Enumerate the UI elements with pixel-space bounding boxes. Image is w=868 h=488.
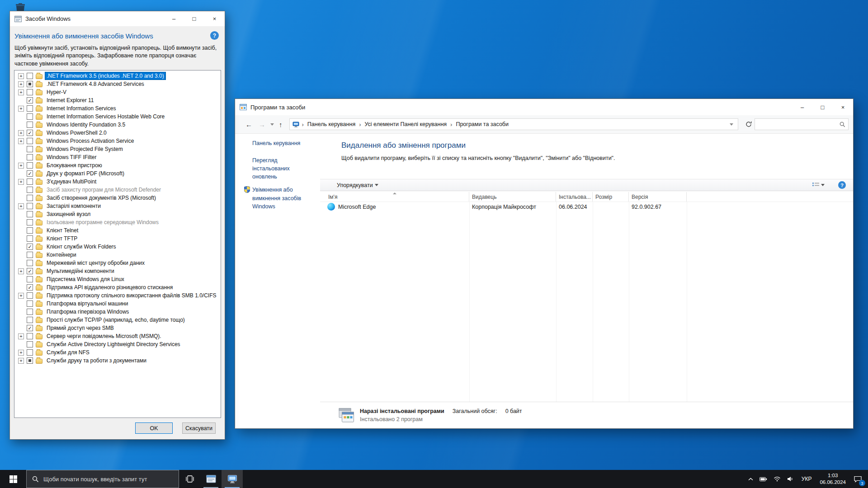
feature-checkbox[interactable] bbox=[27, 203, 33, 209]
forward-button[interactable]: → bbox=[255, 121, 269, 128]
feature-item[interactable]: +Hyper-V bbox=[14, 88, 221, 96]
column-header[interactable]: Видавець bbox=[469, 192, 556, 202]
battery-icon[interactable] bbox=[756, 470, 770, 488]
feature-checkbox[interactable] bbox=[27, 146, 33, 152]
feature-item[interactable]: +✓Мультимедійні компоненти bbox=[14, 267, 221, 275]
breadcrumb-item[interactable]: Програми та засоби bbox=[455, 120, 509, 128]
feature-checkbox[interactable] bbox=[27, 113, 33, 120]
minimize-button[interactable]: – bbox=[164, 11, 184, 26]
feature-checkbox[interactable]: ✓ bbox=[27, 244, 33, 250]
feature-item[interactable]: +Служби для NFS bbox=[14, 348, 221, 357]
address-dropdown-chevron-icon[interactable] bbox=[730, 123, 733, 126]
feature-item[interactable]: Служби Active Directory Lightweight Dire… bbox=[14, 340, 221, 348]
feature-item[interactable]: Контейнери bbox=[14, 251, 221, 259]
taskbar-app-control-panel[interactable] bbox=[222, 470, 243, 488]
dialog-help-button[interactable]: ? bbox=[210, 31, 219, 40]
organize-button[interactable]: Упорядкувати bbox=[337, 182, 380, 188]
change-view-button[interactable] bbox=[812, 182, 826, 188]
feature-item[interactable]: +Застарілі компоненти bbox=[14, 202, 221, 210]
feature-item[interactable]: ✓Клієнт служби Work Folders bbox=[14, 243, 221, 251]
feature-item[interactable]: +Блокування пристрою bbox=[14, 161, 221, 169]
taskbar-app-features-dialog[interactable] bbox=[200, 470, 222, 488]
breadcrumb-item[interactable]: Панель керування bbox=[307, 120, 356, 128]
up-button[interactable]: ↑ bbox=[276, 121, 286, 128]
task-view-button[interactable] bbox=[179, 470, 200, 488]
volume-icon[interactable] bbox=[784, 470, 797, 488]
feature-checkbox[interactable]: ✓ bbox=[27, 97, 33, 103]
address-bar[interactable]: ›Панель керування›Усі елементи Панелі ке… bbox=[289, 118, 739, 130]
expand-toggle-icon[interactable]: + bbox=[18, 179, 24, 185]
window-search-input[interactable] bbox=[755, 121, 840, 127]
feature-item[interactable]: ✓Підтримка API віддаленого різницевого с… bbox=[14, 283, 221, 291]
feature-checkbox[interactable] bbox=[27, 276, 33, 282]
feature-item[interactable]: Засіб створення документів XPS (Microsof… bbox=[14, 194, 221, 202]
expand-toggle-icon[interactable]: + bbox=[18, 81, 24, 87]
feature-checkbox[interactable]: ✓ bbox=[27, 284, 33, 291]
language-indicator[interactable]: УКР bbox=[797, 476, 816, 482]
feature-checkbox[interactable] bbox=[27, 211, 33, 217]
feature-checkbox[interactable] bbox=[27, 187, 33, 193]
cancel-button[interactable]: Скасувати bbox=[182, 422, 216, 434]
expand-toggle-icon[interactable]: + bbox=[18, 358, 24, 364]
expand-toggle-icon[interactable]: + bbox=[18, 203, 24, 209]
maximize-button[interactable]: □ bbox=[812, 99, 833, 115]
feature-item[interactable]: +.NET Framework 4.8 Advanced Services bbox=[14, 80, 221, 88]
feature-item[interactable]: +З'єднувач MultiPoint bbox=[14, 178, 221, 186]
feature-item[interactable]: Прості служби TCP/IP (наприклад, echo, d… bbox=[14, 316, 221, 324]
expand-toggle-icon[interactable]: + bbox=[18, 268, 24, 274]
feature-item[interactable]: ✓Internet Explorer 11 bbox=[14, 96, 221, 104]
minimize-button[interactable]: – bbox=[792, 99, 812, 115]
network-icon[interactable] bbox=[770, 470, 784, 488]
feature-checkbox[interactable]: ✓ bbox=[27, 130, 33, 136]
maximize-button[interactable]: □ bbox=[184, 11, 204, 26]
feature-checkbox[interactable]: ✓ bbox=[27, 170, 33, 177]
crumb-separator-icon[interactable]: › bbox=[448, 121, 455, 128]
feature-checkbox[interactable] bbox=[27, 195, 33, 201]
sidebar-view-updates-link[interactable]: Перегляд інстальованих оновлень bbox=[252, 156, 315, 181]
feature-checkbox[interactable] bbox=[27, 252, 33, 258]
feature-checkbox[interactable]: ✓ bbox=[27, 325, 33, 331]
action-center-button[interactable]: 3 bbox=[849, 470, 868, 488]
feature-checkbox[interactable] bbox=[27, 105, 33, 112]
recent-locations-chevron-icon[interactable] bbox=[270, 123, 274, 126]
feature-checkbox[interactable] bbox=[27, 73, 33, 79]
expand-toggle-icon[interactable]: + bbox=[18, 163, 24, 169]
sidebar-control-panel-home-link[interactable]: Панель керування bbox=[252, 140, 320, 146]
feature-checkbox[interactable] bbox=[27, 89, 33, 95]
feature-item[interactable]: +✓Windows PowerShell 2.0 bbox=[14, 129, 221, 137]
feature-checkbox[interactable] bbox=[27, 219, 33, 225]
expand-toggle-icon[interactable]: + bbox=[18, 73, 24, 79]
expand-toggle-icon[interactable]: + bbox=[18, 106, 24, 112]
feature-item[interactable]: Windows Projected File System bbox=[14, 145, 221, 153]
column-header[interactable]: Ім'я bbox=[320, 192, 469, 202]
feature-item[interactable]: +Служби друку та роботи з документами bbox=[14, 357, 221, 365]
feature-item[interactable]: Windows Identity Foundation 3.5 bbox=[14, 121, 221, 129]
expand-toggle-icon[interactable]: + bbox=[18, 333, 24, 339]
feature-checkbox[interactable] bbox=[27, 300, 33, 307]
feature-checkbox[interactable] bbox=[27, 317, 33, 323]
tray-overflow-chevron-icon[interactable] bbox=[745, 470, 756, 488]
feature-item[interactable]: ✓Друк у форматі PDF (Microsoft) bbox=[14, 169, 221, 178]
feature-item[interactable]: Windows TIFF IFilter bbox=[14, 153, 221, 161]
help-button[interactable]: ? bbox=[838, 181, 846, 189]
feature-checkbox[interactable]: ✓ bbox=[27, 268, 33, 274]
ok-button[interactable]: OK bbox=[135, 422, 173, 434]
feature-checkbox[interactable] bbox=[27, 260, 33, 266]
refresh-icon[interactable] bbox=[743, 118, 755, 130]
feature-checkbox[interactable] bbox=[27, 349, 33, 356]
feature-item[interactable]: Захищений вузол bbox=[14, 210, 221, 218]
close-button[interactable]: × bbox=[204, 11, 225, 26]
clock[interactable]: 1:03 06.06.2024 bbox=[816, 472, 849, 486]
features-title-bar[interactable]: Засоби Windows – □ × bbox=[10, 11, 225, 26]
feature-item[interactable]: +Windows Process Activation Service bbox=[14, 137, 221, 145]
taskbar-search-box[interactable] bbox=[26, 470, 179, 488]
feature-checkbox[interactable] bbox=[27, 235, 33, 242]
feature-checkbox[interactable] bbox=[27, 162, 33, 169]
crumb-separator-icon[interactable]: › bbox=[356, 121, 363, 128]
window-search-box[interactable] bbox=[755, 118, 849, 130]
feature-item[interactable]: Платформа гіпервізора Windows bbox=[14, 308, 221, 316]
column-header[interactable]: Версія bbox=[629, 192, 687, 202]
feature-item[interactable]: Засіб захисту програм для Microsoft Defe… bbox=[14, 186, 221, 194]
feature-checkbox[interactable] bbox=[27, 81, 33, 87]
column-header[interactable]: Інстальова... bbox=[556, 192, 593, 202]
